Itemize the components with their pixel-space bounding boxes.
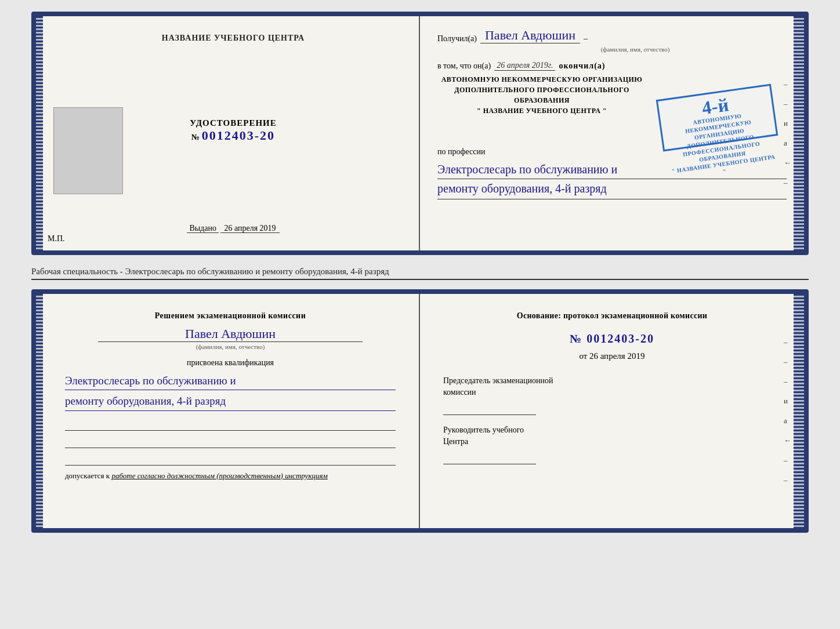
date-prefix: от (580, 351, 588, 361)
side-dash-3: – (784, 178, 791, 187)
recipient-name: Павел Авдюшин (480, 28, 580, 43)
protocol-date-line: от 26 апреля 2019 (443, 351, 781, 361)
protocol-number: № 0012403-20 (443, 332, 781, 346)
b-side-dash-4: – (784, 456, 791, 465)
dash-1: – (584, 34, 588, 43)
director-label: Руководитель учебного Центра (443, 424, 781, 447)
received-line: Получил(а) Павел Авдюшин – (437, 28, 787, 43)
qualification-label: присвоена квалификация (65, 358, 396, 368)
description-text: Рабочая специальность - Электрослесарь п… (31, 264, 809, 280)
b-side-char-arrow: ← (784, 436, 791, 445)
bottom-spine-left (36, 294, 43, 528)
admitted-text: допускается к работе согласно должностны… (65, 471, 396, 481)
mp-label: М.П. (48, 234, 65, 243)
basis-title: Основание: протокол экзаменационной коми… (443, 311, 781, 321)
bottom-side-decorations: – – – и а ← – – (784, 337, 791, 485)
stamp-org-block: 4-й АВТОНОМНУЮ НЕКОММЕРЧЕСКУЮ ОРГАНИЗАЦИ… (437, 74, 787, 138)
chairman-line1: Председатель экзаменационной (443, 376, 553, 385)
photo-placeholder (53, 107, 123, 194)
director-block: Руководитель учебного Центра (443, 424, 781, 464)
chairman-label: Председатель экзаменационной комиссии (443, 375, 781, 398)
bottom-right-panel: Основание: протокол экзаменационной коми… (420, 294, 804, 528)
protocol-value: 0012403-20 (586, 332, 654, 345)
finished-label: окончил(а) (559, 61, 605, 71)
side-char-a: а (784, 139, 791, 148)
chairman-block: Председатель экзаменационной комиссии (443, 375, 781, 415)
issued-label: Выдано (187, 224, 219, 233)
side-decorations: – – и а ← – (784, 79, 791, 187)
extra-line-1 (65, 417, 396, 431)
cert-number-row: № 0012403-20 (190, 128, 277, 143)
bottom-name-sub: (фамилия, имя, отчество) (65, 343, 396, 350)
cert-number-block: УДОСТОВЕРЕНИЕ № 0012403-20 (190, 118, 277, 143)
org-line2: ДОПОЛНИТЕЛЬНОГО ПРОФЕССИОНАЛЬНОГО ОБРАЗО… (437, 85, 646, 106)
side-char-i: и (784, 119, 791, 128)
profession-line2: ремонту оборудования, 4-й разряд (437, 179, 787, 199)
org-line1: АВТОНОМНУЮ НЕКОММЕРЧЕСКУЮ ОРГАНИЗАЦИЮ (437, 74, 646, 85)
org-block: АВТОНОМНУЮ НЕКОММЕРЧЕСКУЮ ОРГАНИЗАЦИЮ ДО… (437, 74, 646, 116)
director-line1: Руководитель учебного (443, 426, 524, 434)
bottom-spine-right (794, 294, 804, 528)
bottom-certificate: Решением экзаменационной комиссии Павел … (31, 289, 809, 533)
chairman-line2: комиссии (443, 388, 476, 397)
qualification-line1: Электрослесарь по обслуживанию и (65, 372, 396, 390)
in-that-prefix: в том, что он(а) (437, 61, 491, 71)
b-side-dash-2: – (784, 357, 791, 366)
b-side-char-i: и (784, 397, 791, 406)
cert-issued-block: Выдано 26 апреля 2019 (187, 224, 279, 233)
admitted-italic: работе согласно должностным (производств… (111, 471, 327, 480)
side-char-arrow: ← (784, 158, 791, 168)
side-dash-2: – (784, 99, 791, 108)
extra-line-2 (65, 434, 396, 448)
director-sig-line (443, 450, 536, 464)
cert-number-value: 0012403-20 (202, 128, 275, 143)
bottom-left-panel: Решением экзаменационной комиссии Павел … (36, 294, 420, 528)
protocol-date: 26 апреля 2019 (589, 351, 645, 361)
org-line3: " НАЗВАНИЕ УЧЕБНОГО ЦЕНТРА " (437, 106, 646, 116)
grade-stamp: 4-й АВТОНОМНУЮ НЕКОММЕРЧЕСКУЮ ОРГАНИЗАЦИ… (656, 84, 779, 152)
admitted-prefix: допускается к (65, 471, 110, 480)
side-dash-1: – (784, 79, 791, 89)
spine-right-decoration (794, 16, 804, 250)
extra-line-3 (65, 452, 396, 466)
qualification-hw-block: Электрослесарь по обслуживанию и ремонту… (65, 372, 396, 411)
top-certificate: НАЗВАНИЕ УЧЕБНОГО ЦЕНТРА УДОСТОВЕРЕНИЕ №… (31, 12, 809, 255)
decision-title: Решением экзаменационной комиссии (65, 311, 396, 321)
extra-lines (65, 417, 396, 466)
name-sub-label: (фамилия, имя, отчество) (484, 46, 787, 53)
cert-left-panel: НАЗВАНИЕ УЧЕБНОГО ЦЕНТРА УДОСТОВЕРЕНИЕ №… (36, 16, 420, 250)
in-that-line: в том, что он(а) 26 апреля 2019г. окончи… (437, 61, 787, 71)
b-side-dash-1: – (784, 337, 791, 347)
completion-date: 26 апреля 2019г. (494, 61, 555, 71)
protocol-prefix: № (570, 332, 582, 345)
cert-number-prefix: № (191, 133, 200, 141)
qualification-line2: ремонту оборудования, 4-й разряд (65, 392, 396, 410)
b-side-char-a: а (784, 416, 791, 426)
chairman-sig-line (443, 401, 536, 415)
training-center-title: НАЗВАНИЕ УЧЕБНОГО ЦЕНТРА (162, 34, 305, 43)
bottom-person-name: Павел Авдюшин (98, 326, 363, 342)
b-side-dash-5: – (784, 475, 791, 485)
director-line2: Центра (443, 437, 468, 446)
received-label: Получил(а) (437, 34, 477, 43)
b-side-dash-3: – (784, 377, 791, 386)
cert-doc-label: УДОСТОВЕРЕНИЕ (190, 118, 277, 128)
cert-right-panel: Получил(а) Павел Авдюшин – (фамилия, имя… (420, 16, 804, 250)
issued-date: 26 апреля 2019 (220, 224, 279, 233)
